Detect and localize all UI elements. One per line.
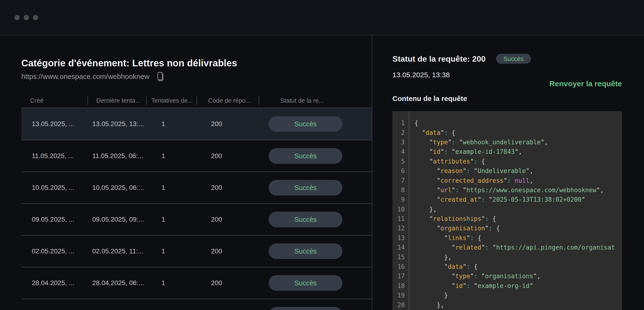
line-number: 15 [392, 254, 405, 261]
page-title: Catégorie d'événement: Lettres non déliv… [21, 57, 372, 69]
webhook-url: https://www.onespace.com/webhooknew [21, 72, 150, 81]
code-text: "data": { [405, 263, 478, 270]
line-number: 7 [392, 177, 405, 184]
request-status-title: Statut de la requête: 200 [392, 54, 486, 63]
code-line: 14 "related": "https://api.pingen.com/or… [392, 243, 622, 252]
code-line: 4 "id": "example-id-17843", [392, 147, 622, 156]
cell-status: Succès [259, 148, 372, 164]
code-text: "corrected_address": null, [405, 177, 533, 184]
code-text: { [405, 119, 418, 127]
code-line: 11 "relationships": { [392, 214, 622, 224]
row-status-badge: Succès [269, 243, 342, 259]
window-control-dot-3[interactable] [33, 15, 38, 20]
code-line: 2 "data": { [392, 128, 622, 137]
code-text: "organisation": { [405, 225, 500, 232]
cell-last-attempt: 09.05.2025, 09:... [88, 216, 146, 223]
row-status-badge: Succès [269, 212, 342, 227]
cell-response-code: 200 [196, 248, 259, 255]
request-payload-code: 1{2 "data": {3 "type": "webhook_undelive… [392, 111, 622, 310]
window-titlebar [0, 0, 644, 35]
code-text: "data": { [405, 129, 455, 136]
code-text: "type": "organisations", [405, 273, 540, 280]
row-status-badge: Succès [269, 116, 342, 132]
code-line: 20 }, [392, 300, 622, 310]
line-number: 16 [392, 263, 405, 270]
code-line: 10 }, [392, 205, 622, 214]
line-number: 9 [392, 196, 405, 203]
row-status-badge: Succès [269, 307, 342, 310]
code-line: 15 }, [392, 252, 622, 262]
table-row[interactable]: 11.05.2025, ...11.05.2025, 06:...1200Suc… [21, 140, 372, 172]
code-line: 1{ [392, 118, 622, 128]
line-number: 10 [392, 206, 405, 213]
cell-last-attempt: 02.05.2025, 11:... [88, 248, 146, 255]
code-line: 5 "attributes": { [392, 157, 622, 166]
code-line: 19 } [392, 291, 622, 300]
table-body: 13.05.2025, ...13.05.2025, 13:...1200Suc… [21, 108, 372, 310]
code-text: "related": "https://api.pingen.com/organ… [405, 244, 615, 251]
code-line: 12 "organisation": { [392, 224, 622, 233]
window-control-dot-2[interactable] [24, 15, 29, 20]
line-number: 19 [392, 292, 405, 299]
line-number: 18 [392, 282, 405, 289]
cell-response-code: 200 [196, 152, 259, 160]
table-row[interactable]: 09.05.2025, ...09.05.2025, 09:...1200Suc… [21, 203, 372, 235]
line-number: 20 [392, 302, 405, 309]
cell-response-code: 200 [196, 279, 259, 287]
code-text: "reason": "Undeliverable", [405, 167, 533, 174]
resend-request-link[interactable]: Renvoyer la requête [550, 79, 622, 88]
cell-attempts: 1 [146, 216, 196, 223]
code-text: "links": { [405, 234, 481, 242]
cell-attempts: 1 [146, 152, 196, 160]
code-line: 9 "created_at": "2025-05-13T13:38:02+020… [392, 195, 622, 204]
row-status-badge: Succès [269, 180, 342, 196]
line-number: 5 [392, 158, 405, 165]
events-table: CrééDernière tenta...Tentatives de...Cod… [21, 94, 372, 310]
line-number: 3 [392, 139, 405, 146]
code-text: "id": "example-id-17843", [405, 148, 522, 155]
column-header-2: Dernière tenta... [88, 94, 146, 108]
code-line: 6 "reason": "Undeliverable", [392, 166, 622, 176]
cell-attempts: 1 [146, 248, 196, 255]
table-row[interactable]: 10.05.2025, ...10.05.2025, 06:...1200Suc… [21, 172, 372, 203]
line-number: 2 [392, 129, 405, 136]
line-number: 13 [392, 234, 405, 242]
copy-icon[interactable] [154, 71, 164, 82]
request-timestamp: 13.05.2025, 13:38 [392, 71, 622, 79]
cell-created: 09.05.2025, ... [21, 216, 88, 223]
request-status-badge: Succès [496, 54, 531, 64]
cell-last-attempt: 28.04.2025, 06:... [88, 279, 146, 287]
table-row[interactable]: 28.04.2025, ...28.04.2025, 06:...1200Suc… [21, 267, 372, 299]
code-text: "attributes": { [405, 158, 485, 165]
cell-last-attempt: 10.05.2025, 06:... [88, 184, 146, 192]
column-header-5: Statut de la re... [259, 94, 372, 108]
cell-attempts: 1 [146, 184, 196, 192]
request-content-label: Contenu de la requête [392, 95, 622, 103]
cell-response-code: 200 [196, 120, 259, 128]
cell-response-code: 200 [196, 184, 259, 192]
window-control-dot-1[interactable] [14, 15, 20, 20]
cell-created: 28.04.2025, ... [21, 279, 88, 287]
code-text: }, [405, 254, 452, 261]
cell-attempts: 1 [146, 279, 196, 287]
column-header-3: Tentatives de... [146, 94, 196, 108]
line-number: 11 [392, 215, 405, 222]
row-status-badge: Succès [269, 275, 342, 291]
cell-status: Succès [259, 307, 372, 310]
code-line: 18 "id": "example-org-id" [392, 281, 622, 291]
table-row[interactable]: 13.05.2025, ...13.05.2025, 13:...1200Suc… [21, 108, 372, 140]
cell-status: Succès [259, 275, 372, 291]
cell-status: Succès [259, 212, 372, 227]
column-header-4: Code de répo... [196, 94, 259, 108]
line-number: 12 [392, 225, 405, 232]
cell-last-attempt: 11.05.2025, 06:... [88, 152, 146, 160]
line-number: 6 [392, 167, 405, 174]
code-text: "created_at": "2025-05-13T13:38:02+0200" [405, 196, 585, 203]
line-number: 8 [392, 187, 405, 194]
code-text: "type": "webhook_undeliverable", [405, 139, 548, 146]
table-row[interactable]: Succès [21, 299, 372, 310]
table-row[interactable]: 02.05.2025, ...02.05.2025, 11:...1200Suc… [21, 235, 372, 267]
row-status-badge: Succès [269, 148, 342, 164]
code-text: } [405, 292, 448, 299]
cell-response-code: 200 [196, 216, 259, 223]
